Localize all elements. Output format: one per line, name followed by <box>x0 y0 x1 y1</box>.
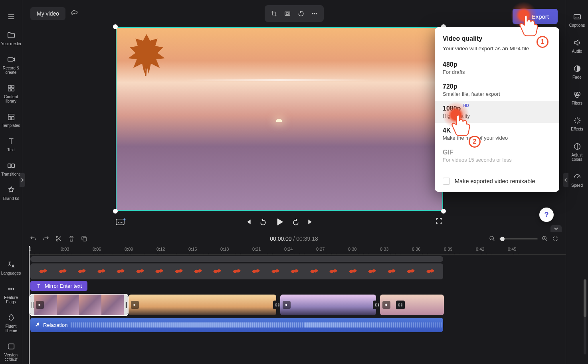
forward-button[interactable] <box>292 218 300 226</box>
clip-audio-icon[interactable] <box>36 301 44 309</box>
remixable-checkbox-row[interactable]: Make exported video remixable <box>435 175 559 186</box>
text-track[interactable]: Mirror Enter text <box>29 281 566 293</box>
hamburger-menu[interactable] <box>4 10 18 24</box>
export-option-480p[interactable]: 480p For drafts <box>435 57 559 79</box>
split-button[interactable] <box>55 235 62 242</box>
resize-handle-bl[interactable] <box>113 209 118 214</box>
crop-button[interactable] <box>268 8 280 20</box>
captions-icon <box>572 12 582 22</box>
sidebar-item-effects[interactable]: Effects <box>567 113 588 134</box>
sidebar-item-content-library[interactable]: Content library <box>1 81 22 106</box>
hd-badge: HD <box>463 103 469 108</box>
sidebar-item-label: Audio <box>572 49 582 53</box>
zoom-in-button[interactable] <box>542 235 548 242</box>
video-track[interactable] <box>29 295 566 315</box>
clip-handle-right[interactable] <box>124 295 128 315</box>
zoom-slider[interactable] <box>499 238 538 239</box>
sidebar-item-fluent-theme[interactable]: Fluent Theme <box>1 311 22 335</box>
fit-button[interactable] <box>281 8 293 20</box>
fullscreen-button[interactable] <box>435 217 443 227</box>
upload-icon <box>521 13 529 20</box>
sidebar-item-label: Speed <box>571 183 583 188</box>
adjust-colors-icon <box>572 142 582 151</box>
ruler-tick: 0:15 <box>188 247 197 251</box>
help-button[interactable]: ? <box>539 208 554 222</box>
clip-audio-icon[interactable] <box>283 301 291 309</box>
clip-audio-icon[interactable] <box>131 301 139 309</box>
sidebar-item-templates[interactable]: Templates <box>1 110 22 130</box>
more-button[interactable] <box>309 8 321 20</box>
export-option-720p[interactable]: 720p Smaller file, faster export <box>435 79 559 101</box>
export-button[interactable]: Export <box>513 9 558 24</box>
sidebar-item-version[interactable]: Version ccfd61f <box>1 339 22 364</box>
sidebar-item-text[interactable]: Text <box>1 134 22 154</box>
collapse-panel-button[interactable] <box>550 225 562 232</box>
overlay-clip[interactable] <box>30 256 443 262</box>
sidebar-item-transitions[interactable]: Transitions <box>1 158 22 179</box>
zoom-slider-thumb[interactable] <box>500 237 505 241</box>
clip-audio-icon[interactable] <box>382 301 390 309</box>
expand-right-panel[interactable] <box>563 173 568 187</box>
remixable-checkbox[interactable] <box>443 178 450 185</box>
rotate-button[interactable] <box>295 8 307 20</box>
skip-start-button[interactable] <box>244 218 252 226</box>
cloud-sync-icon[interactable] <box>70 9 78 18</box>
sidebar-item-captions[interactable]: Captions <box>567 10 588 30</box>
timeline-scrollbar[interactable] <box>584 279 586 354</box>
export-option-4k[interactable]: 4KUHD Make the most of your video <box>435 123 559 145</box>
sidebar-item-your-media[interactable]: Your media <box>1 28 22 48</box>
undo-button[interactable] <box>30 235 37 242</box>
sidebar-item-brand-kit[interactable]: Brand kit <box>1 183 22 203</box>
export-option-gif[interactable]: GIF For videos 15 seconds or less <box>435 145 559 167</box>
video-clip-3[interactable] <box>280 295 376 315</box>
sidebar-item-record-create[interactable]: Record & create <box>1 52 22 77</box>
video-clip-4[interactable] <box>380 295 444 315</box>
audio-track[interactable]: Relaxation <box>29 318 566 332</box>
sidebar-item-audio[interactable]: Audio <box>567 36 588 56</box>
sidebar-item-filters[interactable]: Filters <box>567 87 588 108</box>
expand-left-panel[interactable] <box>20 173 25 187</box>
sidebar-item-fade[interactable]: Fade <box>567 61 588 82</box>
sidebar-item-label: Your media <box>1 42 21 46</box>
resize-handle-tl[interactable] <box>113 24 118 29</box>
overlay-track-thin[interactable] <box>29 256 566 262</box>
sidebar-item-speed[interactable]: Speed <box>567 170 588 190</box>
export-option-1080p[interactable]: 1080pHD High quality <box>435 101 559 123</box>
rewind-button[interactable] <box>259 218 267 226</box>
redo-button[interactable] <box>42 235 49 242</box>
video-clip-1[interactable] <box>30 295 128 315</box>
duplicate-button[interactable] <box>81 235 88 242</box>
ruler-tick: 0:27 <box>316 247 325 251</box>
overlay-track[interactable] <box>29 263 566 279</box>
zoom-fit-button[interactable] <box>552 235 558 242</box>
sidebar-item-feature-flags[interactable]: Feature Flags <box>1 282 22 307</box>
delete-button[interactable] <box>68 235 75 242</box>
timeline-ruler[interactable]: 00:030:060:090:120:150:180:210:240:270:3… <box>29 246 566 255</box>
playhead[interactable] <box>29 246 30 364</box>
preview-canvas[interactable] <box>116 27 443 211</box>
sidebar-item-adjust-colors[interactable]: Adjust colors <box>567 139 588 164</box>
ruler-tick: 0:12 <box>156 247 165 251</box>
overlay-clip-leaves[interactable] <box>30 263 443 279</box>
svg-rect-4 <box>11 89 14 91</box>
sidebar-item-label: Record & create <box>1 66 22 75</box>
zoom-controls <box>489 235 558 242</box>
scrollbar-thumb[interactable] <box>584 279 586 317</box>
captions-toggle[interactable]: + <box>116 218 125 226</box>
sidebar-item-languages[interactable]: Languages <box>1 257 22 278</box>
text-clip[interactable]: Mirror Enter text <box>30 281 87 291</box>
timeline[interactable]: 00:030:060:090:120:150:180:210:240:270:3… <box>29 246 566 364</box>
resize-handle-br[interactable] <box>441 209 446 214</box>
svg-rect-7 <box>11 117 14 120</box>
zoom-out-button[interactable] <box>489 235 495 242</box>
clip-handle-left[interactable] <box>30 295 34 315</box>
audio-clip[interactable]: Relaxation <box>30 318 443 332</box>
play-button[interactable] <box>274 217 285 227</box>
skip-end-button[interactable] <box>307 218 315 226</box>
timecode-display: 00:00.00 / 00:39.18 <box>270 235 318 242</box>
transition-icon[interactable] <box>396 301 405 309</box>
ruler-tick: 0:21 <box>252 247 261 251</box>
leaf-overlay <box>125 32 168 76</box>
project-title[interactable]: My video <box>30 7 65 20</box>
video-clip-2[interactable] <box>129 295 276 315</box>
